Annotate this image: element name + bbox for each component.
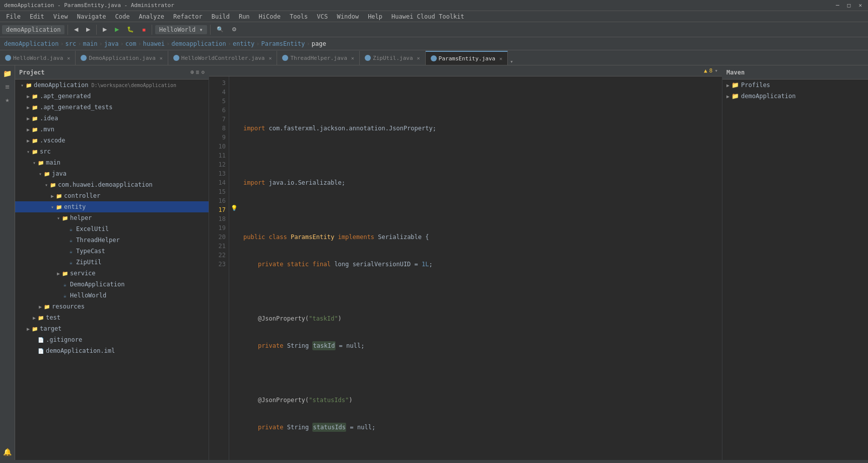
arrow-root: ▾	[19, 83, 25, 88]
tree-typecast[interactable]: ☕ TypeCast	[15, 246, 209, 257]
tree-excelutil[interactable]: ☕ ExcelUtil	[15, 223, 209, 235]
toolbar-back-btn[interactable]: ◀	[71, 24, 81, 35]
tree-service[interactable]: ▶ 📁 service	[15, 268, 209, 279]
tree-ziputil-label: ZipUtil	[76, 259, 102, 266]
menu-huawei[interactable]: Huawei Cloud Toolkit	[387, 12, 469, 21]
menu-build[interactable]: Build	[208, 12, 234, 21]
menu-file[interactable]: File	[2, 12, 25, 21]
maximize-btn[interactable]: □	[845, 2, 853, 9]
menu-edit[interactable]: Edit	[26, 12, 48, 21]
tab-paramsentity[interactable]: ParamsEntity.java ✕	[426, 51, 508, 65]
project-icon-2[interactable]: ≡	[196, 69, 199, 75]
tree-target[interactable]: ▶ 📁 target	[15, 323, 209, 334]
tab-close-helloworld[interactable]: ✕	[67, 55, 70, 61]
close-btn[interactable]: ✕	[856, 2, 864, 9]
tree-controller[interactable]: ▶ 📁 controller	[15, 190, 209, 201]
tab-ziputil[interactable]: ZipUtil.java ✕	[360, 51, 426, 65]
tab-close-helloworldcontroller[interactable]: ✕	[269, 55, 272, 61]
menu-vcs[interactable]: VCS	[313, 12, 332, 21]
tab-close-demoapplication[interactable]: ✕	[160, 55, 163, 61]
tree-iml[interactable]: 📄 demoApplication.iml	[15, 345, 209, 356]
menu-view[interactable]: View	[49, 12, 72, 21]
warnings-expand[interactable]: ▾	[714, 67, 718, 74]
tree-java[interactable]: ▾ 📁 java	[15, 168, 209, 179]
toolbar-run-btn[interactable]: ▶	[112, 24, 122, 35]
tab-close-ziputil[interactable]: ✕	[417, 55, 420, 61]
tree-root[interactable]: ▾ 📁 demoApplication D:\workspace\demoApp…	[15, 80, 209, 91]
bc-java[interactable]: java	[104, 40, 119, 47]
tab-more-btn[interactable]: ▾	[510, 58, 513, 65]
tab-close-paramsentity[interactable]: ✕	[499, 56, 502, 61]
tree-main[interactable]: ▾ 📁 main	[15, 157, 209, 168]
code-line-14: @JsonProperty("statusIds")	[243, 396, 718, 405]
toolbar-search-btn[interactable]: 🔍	[214, 24, 227, 35]
project-dropdown[interactable]: demoApplication	[2, 25, 64, 34]
tree-com-huawei[interactable]: ▾ 📁 com.huawei.demoapplication	[15, 179, 209, 190]
menu-analyze[interactable]: Analyze	[135, 12, 168, 21]
tree-idea[interactable]: ▶ 📁 .idea	[15, 113, 209, 124]
folder-icon-vscode: 📁	[31, 137, 38, 144]
maven-demoapplication[interactable]: ▶ 📁 demoApplication	[722, 91, 868, 102]
tree-helper[interactable]: ▾ 📁 helper	[15, 212, 209, 223]
favorites-icon[interactable]: ★	[2, 94, 14, 106]
tree-src[interactable]: ▾ 📁 src	[15, 146, 209, 157]
tree-demoapplication-file[interactable]: ☕ DemoApplication	[15, 279, 209, 290]
java-icon-excelutil: ☕	[68, 225, 75, 233]
menu-code[interactable]: Code	[111, 12, 134, 21]
code-line-12: private String taskId = null;	[243, 341, 718, 350]
run-config[interactable]: HelloWorld ▾	[155, 25, 207, 34]
tab-codearts[interactable]: ⚙ CodeArts Check	[73, 461, 142, 464]
bc-src[interactable]: src	[65, 40, 77, 47]
tab-helloworldcontroller[interactable]: HelloWorldController.java ✕	[168, 51, 278, 65]
notifications-icon[interactable]: 🔔	[2, 446, 14, 458]
bottom-panel: TODO ⚠ Problems ⚙ CodeArts Check Termina…	[0, 460, 868, 463]
bc-entity[interactable]: entity	[233, 40, 254, 47]
code-line-10	[243, 287, 718, 296]
menu-window[interactable]: Window	[333, 12, 363, 21]
tree-entity[interactable]: ▾ 📁 entity	[15, 201, 209, 212]
project-icon[interactable]: 📁	[2, 67, 14, 80]
code-content[interactable]: import com.fasterxml.jackson.annotation.…	[239, 76, 722, 460]
menu-refactor[interactable]: Refactor	[169, 12, 207, 21]
toolbar-settings-btn[interactable]: ⚙	[229, 24, 240, 35]
toolbar-stop-btn[interactable]: ■	[139, 24, 149, 35]
bc-demoapplication[interactable]: demoApplication	[4, 40, 58, 47]
tab-demoapplication[interactable]: DemoApplication.java ✕	[76, 51, 168, 65]
menu-help[interactable]: Help	[364, 12, 386, 21]
bc-huawei[interactable]: huawei	[143, 40, 165, 47]
tree-vscode-label: .vscode	[40, 137, 65, 144]
tab-helloworld[interactable]: HelloWorld.java ✕	[0, 51, 76, 65]
tree-resources[interactable]: ▶ 📁 resources	[15, 301, 209, 312]
toolbar-debug-btn[interactable]: 🐛	[124, 24, 137, 35]
tree-apt-label: .apt_generated	[40, 93, 91, 100]
tree-helloworld-file[interactable]: ☕ HelloWorld	[15, 290, 209, 301]
project-icon-1[interactable]: ⊕	[190, 69, 194, 75]
tab-close-threadhelper[interactable]: ✕	[351, 55, 354, 61]
menu-tools[interactable]: Tools	[286, 12, 312, 21]
minimize-btn[interactable]: ─	[834, 2, 841, 9]
maven-profiles[interactable]: ▶ 📁 Profiles	[722, 80, 868, 91]
tree-apt-generated-tests[interactable]: ▶ 📁 .apt_generated_tests	[15, 102, 209, 113]
tree-idea-label: .idea	[40, 115, 58, 122]
tree-gitignore[interactable]: 📄 .gitignore	[15, 334, 209, 345]
tree-ziputil[interactable]: ☕ ZipUtil	[15, 257, 209, 268]
tree-test[interactable]: ▶ 📁 test	[15, 312, 209, 323]
bc-com[interactable]: com	[125, 40, 137, 47]
menu-run[interactable]: Run	[235, 12, 254, 21]
toolbar-fwd-btn[interactable]: ▶	[83, 24, 93, 35]
code-area[interactable]: 3 4 5 6 7 8 9 10 11 12 13 14 15 16 17 18…	[209, 76, 722, 460]
warn-gutter-17: 💡	[229, 203, 239, 212]
bc-main[interactable]: main	[83, 40, 98, 47]
toolbar-build-btn[interactable]: ▶	[100, 24, 110, 35]
tree-threadhelper[interactable]: ☕ ThreadHelper	[15, 235, 209, 246]
bc-demoapplication2[interactable]: demoapplication	[171, 40, 226, 47]
structure-icon[interactable]: ≡	[2, 81, 14, 93]
tree-vscode[interactable]: ▶ 📁 .vscode	[15, 135, 209, 146]
tree-apt-generated[interactable]: ▶ 📁 .apt_generated	[15, 91, 209, 102]
menu-hicode[interactable]: HiCode	[255, 12, 285, 21]
tree-mvn[interactable]: ▶ 📁 .mvn	[15, 124, 209, 135]
menu-navigate[interactable]: Navigate	[73, 12, 110, 21]
bc-paramsentity[interactable]: ParamsEntity	[261, 40, 305, 47]
tab-threadhelper[interactable]: ThreadHelper.java ✕	[277, 51, 360, 65]
project-icon-3[interactable]: ⚙	[201, 69, 205, 75]
